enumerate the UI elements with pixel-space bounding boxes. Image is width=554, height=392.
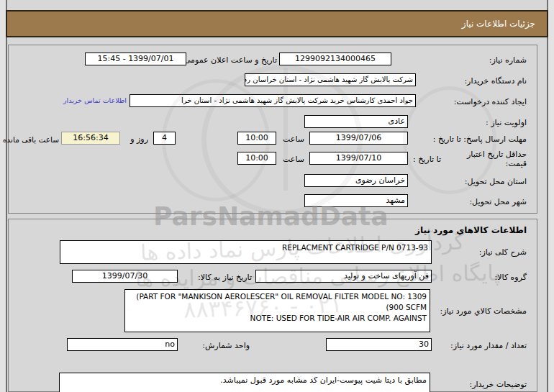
reply-deadline-hour-label: ساعت [283,133,304,146]
buyer-notes-field[interactable]: مطابق با دیتا شیت پیوست-ایران کد مشابه م… [59,373,430,392]
goods-need-date-field[interactable]: 1399/07/30 [72,270,178,283]
announce-datetime-label: تاریخ و ساعت اعلان عمومی: [181,54,277,67]
countdown-timer: 16:56:34 [61,132,120,145]
price-validity-until-label: تا تاریخ : [413,153,441,166]
priority-field[interactable]: عادی [304,115,408,128]
price-validity-time-field[interactable]: 10:00 [237,152,276,165]
price-validity-date-field[interactable]: 1399/07/10 [309,152,408,165]
buyer-org-field[interactable]: شرکت پالایش گاز شهید هاشمی نژاد - استان … [245,73,416,86]
specifications-label: مشخصات کالاي مورد نیاز: [440,305,527,318]
buyer-org-label: نام دستگاه خریدار: [464,75,527,88]
unit-label: واحد شمارش: [202,339,250,352]
quantity-label: تعداد / مقدار مورد نیاز: [450,339,527,352]
reply-deadline-time-field[interactable]: 10:00 [237,132,276,145]
days-remaining-field[interactable]: 4 [153,132,176,145]
buyer-notes-label: توضیحات خریدار: [470,378,527,391]
buyer-contact-link[interactable]: اطلاعات تماس خریدار [63,94,127,107]
general-description-field[interactable]: REPLACMENT CARTRIDGE P/N 0713-93 [60,240,432,264]
request-creator-label: ایجاد کننده درخواست: [454,96,527,109]
reply-deadline-label: مهلت ارسال پاسخ: تا تاریخ : [433,133,527,146]
specifications-line1: (PART FOR "MANKISON AEROLESCER" OIL REMO… [128,291,427,313]
general-description-text: REPLACMENT CARTRIDGE P/N 0713-93 [282,243,428,252]
goods-group-label: گروه کالا: [495,271,527,284]
general-description-label: شرح کلی نیاز: [479,246,527,259]
need-info-panel [8,45,537,214]
goods-need-date-label: تاریخ نیاز به کالا: [198,271,252,284]
page-title: جزئیات اطلاعات نیاز [6,10,548,37]
need-number-label: شماره نیاز: [489,54,527,67]
quantity-field[interactable]: 30 [326,338,432,351]
reply-deadline-date-field[interactable]: 1399/07/06 [309,132,408,145]
delivery-city-label: شهر محل تحویل: [469,196,527,209]
specifications-line2: NOTE: USED FOR TIDE-AIR AIR COMP. AGAINS… [128,313,427,324]
specifications-field[interactable]: (PART FOR "MANKISON AEROLESCER" OIL REMO… [124,289,430,332]
goods-group-field[interactable]: فن آوریهای ساخت و تولید [255,270,432,283]
days-label: روز و [130,133,148,146]
delivery-city-field[interactable]: مشهد [304,194,408,207]
price-validity-hour-label: ساعت [283,153,304,166]
hours-remaining-label: ساعت باقی مانده [3,133,59,146]
priority-label: اولویت نیاز : [486,117,527,129]
need-number-field[interactable]: 1299092134000465 [279,53,391,65]
unit-field[interactable]: no [67,338,178,351]
delivery-province-field[interactable]: خراسان رضوی [304,174,408,187]
goods-section-title: اطلاعات کالاهاي مورد نیاز [415,224,527,237]
request-creator-field[interactable]: جواد احمدی کارشناس خرید شرکت پالایش گاز … [130,94,416,107]
price-validity-label-line2: قیمت: [506,158,527,170]
announce-datetime-field[interactable]: 1399/07/01 - 15:45 [85,53,186,65]
delivery-province-label: استان محل تحویل: [465,176,527,188]
